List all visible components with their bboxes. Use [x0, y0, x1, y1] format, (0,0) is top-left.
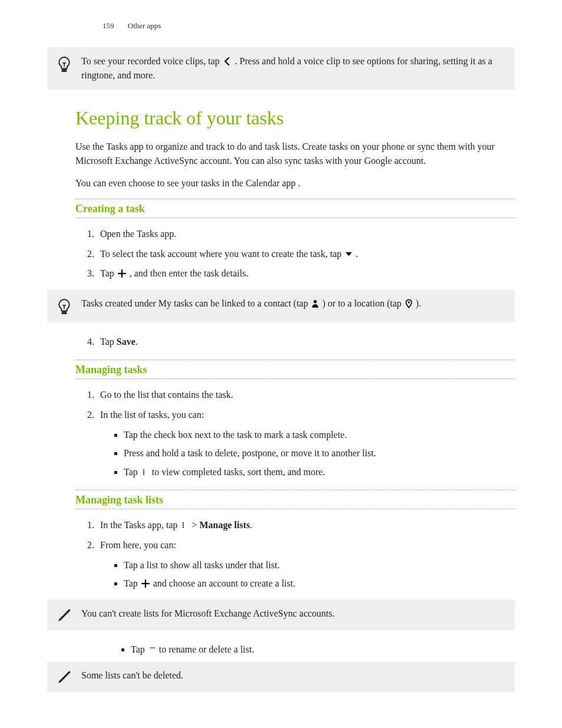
- document-page: 159 Other apps To see your recorded voic…: [0, 0, 562, 728]
- bullet-press-hold: Press and hold a task to delete, postpon…: [124, 446, 515, 461]
- creating-task-steps-cont: Tap Save.: [75, 334, 515, 350]
- pencil-icon: [57, 668, 81, 685]
- location-icon: [404, 299, 414, 308]
- bullet-tap-menu: Tap to view completed tasks, sort them, …: [124, 465, 515, 480]
- tip-callout-link-contact: Tasks created under My tasks can be link…: [47, 289, 515, 322]
- tip-text: Tasks created under My tasks can be link…: [81, 297, 505, 311]
- tip-callout-voice-clips: To see your recorded voice clips, tap . …: [47, 47, 515, 90]
- bullet-tap-plus-list: Tap and choose an account to create a li…: [124, 576, 515, 591]
- menu-vertical-icon: [140, 467, 150, 477]
- dropdown-icon: [344, 249, 353, 259]
- bullet-tap-list: Tap a list to show all tasks under that …: [124, 558, 515, 573]
- content-body-continued: Tap Save. Managing tasks Go to the list …: [75, 334, 515, 591]
- managing-tasks-bullets: Tap the check box next to the task to ma…: [100, 427, 515, 480]
- subheading-managing-tasks: Managing tasks: [75, 360, 515, 379]
- step-tap-save: Tap Save.: [97, 334, 515, 350]
- content-body: Keeping track of your tasks Use the Task…: [75, 107, 515, 281]
- creating-task-steps: Open the Tasks app. To select the task a…: [75, 226, 515, 281]
- note-callout-activesync: You can't create lists for Microsoft Exc…: [47, 599, 515, 630]
- managing-lists-bullets: Tap a list to show all tasks under that …: [100, 558, 515, 591]
- step-select-account: To select the task account where you wan…: [97, 246, 515, 262]
- managing-lists-bullets-cont: Tap to rename or delete a list.: [107, 642, 515, 657]
- note-callout-cant-delete: Some lists can't be deleted.: [47, 661, 515, 692]
- page-number: 159: [103, 21, 114, 30]
- step-go-to-list: Go to the list that contains the task.: [97, 387, 515, 403]
- menu-vertical-icon: [180, 521, 189, 530]
- content-body-continued2: Tap to rename or delete a list.: [75, 642, 515, 657]
- step-in-list: In the list of tasks, you can: Tap the c…: [97, 407, 515, 479]
- step-manage-lists: In the Tasks app, tap > Manage lists.: [97, 518, 515, 533]
- pencil-icon: [57, 607, 81, 623]
- intro-paragraph-1: Use the Tasks app to organize and track …: [75, 140, 515, 168]
- step-open-tasks: Open the Tasks app.: [97, 226, 515, 242]
- back-icon: [222, 56, 233, 67]
- person-icon: [310, 299, 320, 308]
- managing-tasks-steps: Go to the list that contains the task. I…: [75, 387, 515, 479]
- note-text: Some lists can't be deleted.: [81, 668, 505, 683]
- intro-paragraph-2: You can even choose to see your tasks in…: [75, 176, 515, 190]
- plus-icon: [117, 268, 127, 279]
- step-tap-plus: Tap , and then enter the task details.: [97, 266, 515, 281]
- subheading-managing-lists: Managing task lists: [75, 490, 515, 509]
- tip-text: To see your recorded voice clips, tap . …: [81, 54, 505, 83]
- managing-lists-steps: In the Tasks app, tap > Manage lists. Fr…: [75, 518, 515, 591]
- header-section: Other apps: [128, 21, 161, 30]
- note-text: You can't create lists for Microsoft Exc…: [81, 607, 505, 621]
- step-from-here: From here, you can: Tap a list to show a…: [97, 538, 515, 591]
- main-heading: Keeping track of your tasks: [75, 107, 515, 129]
- lightbulb-icon: [57, 54, 81, 73]
- subheading-creating-task: Creating a task: [75, 199, 515, 218]
- bullet-checkbox: Tap the check box next to the task to ma…: [124, 427, 515, 443]
- lightbulb-icon: [57, 297, 81, 315]
- page-header: 159 Other apps: [103, 21, 515, 31]
- plus-icon: [140, 578, 151, 589]
- bullet-tap-more: Tap to rename or delete a list.: [131, 642, 515, 657]
- more-horizontal-icon: [147, 645, 157, 654]
